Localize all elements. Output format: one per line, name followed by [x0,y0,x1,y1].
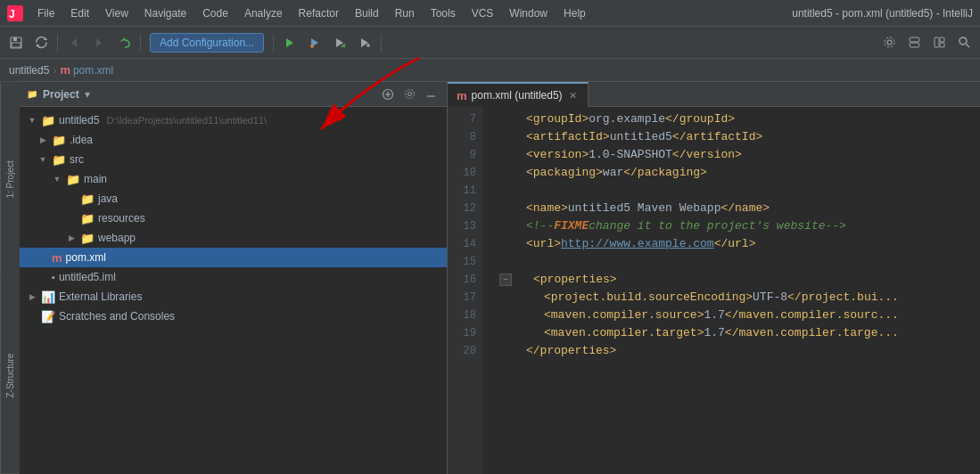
coverage-button[interactable] [329,32,350,53]
label-webapp: webapp [98,232,136,244]
root-path: D:\IdeaProjects\untitled11\untitled11\ [106,115,267,126]
run-button[interactable] [279,32,301,53]
tree-item-webapp[interactable]: 📁 webapp [20,228,447,248]
menu-code[interactable]: Code [195,4,235,22]
menu-view[interactable]: View [98,4,136,22]
search-button[interactable] [953,32,975,53]
menu-file[interactable]: File [30,4,62,22]
menu-window[interactable]: Window [502,4,555,22]
label-java: java [98,192,118,205]
editor-tabs: m pom.xml (untitled5) ✕ [448,82,980,107]
label-ext-libs: External Libraries [59,290,142,303]
folder-icon-scratches: 📝 [41,310,55,323]
tag-version-open: <version> [526,146,589,164]
tree-item-main[interactable]: 📁 main [20,169,447,189]
code-line-18: <maven.compiler.source>1.7</maven.compil… [490,306,973,324]
breadcrumb: untitled5 › m pom.xml [0,59,980,82]
tab-close-btn[interactable]: ✕ [567,89,579,102]
forward-button[interactable] [88,32,110,53]
file-icon-iml: ▪ [52,272,55,282]
panel-dropdown-arrow[interactable]: ▾ [85,88,90,101]
breadcrumb-project[interactable]: untitled5 [9,64,49,77]
sep4 [381,34,382,52]
profile-button[interactable] [354,32,375,53]
tree-item-pom[interactable]: m pom.xml [20,248,447,267]
menu-help[interactable]: Help [556,4,593,22]
debug-button[interactable] [304,32,325,53]
line-num-17: 17 [455,289,476,306]
code-content[interactable]: <groupId>org.example</groupId> <artifact… [483,107,980,474]
menu-bar: J File Edit View Navigate Code Analyze R… [0,0,980,27]
comment-start-13: <!-- [526,217,554,235]
line-num-19: 19 [455,324,476,342]
tree-item-idea[interactable]: 📁 .idea [20,130,447,150]
tab-pom[interactable]: m pom.xml (untitled5) ✕ [448,82,589,107]
app-title: untitled5 - pom.xml (untitled5) - Intell… [792,7,973,20]
fold-properties[interactable]: − [499,274,512,286]
menu-refactor[interactable]: Refactor [292,4,346,22]
svg-point-22 [959,37,967,45]
tree-item-ext-libs[interactable]: 📊 External Libraries [20,287,447,306]
line-num-13: 13 [455,217,476,235]
menu-analyze[interactable]: Analyze [237,4,290,22]
folder-icon: 📁 [27,89,37,99]
folder-icon-src: 📁 [52,153,66,167]
svg-rect-21 [940,43,944,47]
tag-version-close: </version> [672,146,742,164]
menu-vcs[interactable]: VCS [465,4,501,22]
menu-items: File Edit View Navigate Code Analyze Ref… [30,4,792,22]
tag-source-close: </maven.compiler.sourc... [725,306,899,324]
revert-button[interactable] [113,32,135,53]
svg-rect-4 [12,43,21,47]
tree-item-iml[interactable]: ▪ untitled5.iml [20,267,447,287]
tree-item-resources[interactable]: 📁 resources [20,208,447,228]
database-button[interactable] [903,32,925,53]
minimize-icon-btn[interactable] [422,86,440,103]
menu-edit[interactable]: Edit [63,4,96,22]
svg-rect-18 [910,43,919,47]
svg-marker-8 [96,38,102,47]
svg-point-12 [310,45,314,48]
breadcrumb-file[interactable]: pom.xml [73,64,113,77]
content-source: 1.7 [704,306,724,324]
label-pom: pom.xml [66,251,106,264]
add-icon-btn[interactable] [379,86,397,103]
add-configuration-button[interactable]: Add Configuration... [150,33,264,53]
save-button[interactable] [5,32,27,53]
menu-tools[interactable]: Tools [424,4,463,22]
svg-marker-10 [286,38,293,47]
sidebar-label-project[interactable]: 1: Project [0,82,20,278]
folder-icon-webapp: 📁 [80,232,95,245]
comment-text-13: change it to the project's website [589,217,825,235]
content-name: untitled5 Maven Webapp [568,200,721,217]
code-line-20: </properties> [490,342,973,360]
toolbar: Add Configuration... [0,27,980,59]
layout-button[interactable] [928,32,950,53]
tree-item-src[interactable]: 📁 src [20,150,447,169]
menu-build[interactable]: Build [348,4,386,22]
label-idea: .idea [70,134,93,146]
tag-packaging-close: </packaging> [623,164,707,182]
svg-rect-17 [910,37,919,42]
menu-navigate[interactable]: Navigate [137,4,194,22]
svg-point-16 [885,37,894,47]
settings-button[interactable] [878,32,900,53]
tag-target-open: <maven.compiler.target> [544,324,704,342]
tree-item-untitled5[interactable]: 📁 untitled5 D:\IdeaProjects\untitled11\u… [20,110,447,130]
tag-packaging-open: <packaging> [526,164,603,182]
code-line-15 [490,253,973,271]
back-button[interactable] [63,32,85,53]
tree-item-java[interactable]: 📁 java [20,189,447,208]
settings-icon-btn[interactable] [400,86,418,103]
label-main: main [84,173,107,185]
breadcrumb-sep1: › [53,64,56,77]
line-num-12: 12 [455,200,476,217]
tree-item-scratches[interactable]: 📝 Scratches and Consoles [20,306,447,326]
sidebar-label-structure[interactable]: Z-Structure [0,278,20,475]
svg-rect-20 [940,37,944,42]
menu-run[interactable]: Run [388,4,422,22]
panel-header: 📁 Project ▾ [20,82,447,107]
content-encoding: UTF-8 [753,289,787,306]
tag-name-close: </name> [721,200,770,217]
sync-button[interactable] [30,32,52,53]
